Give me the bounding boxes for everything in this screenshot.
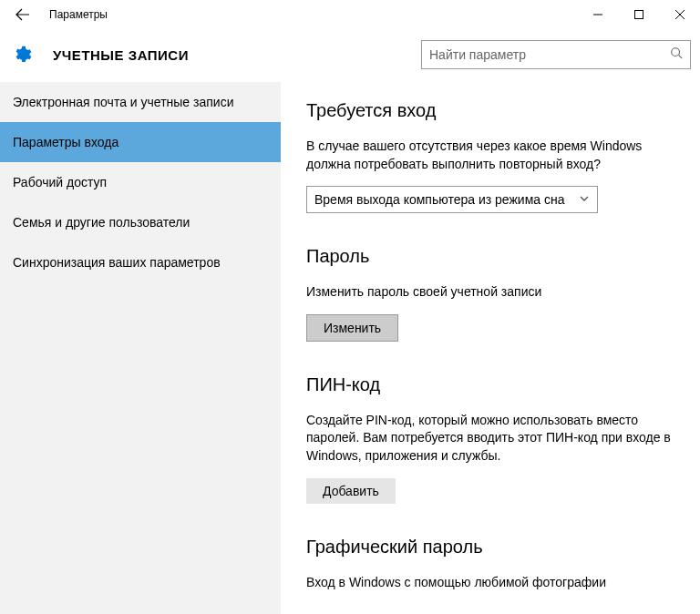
picture-password-description: Вход в Windows с помощью любимой фотогра…: [306, 574, 674, 592]
header: УЧЕТНЫЕ ЗАПИСИ: [0, 29, 700, 82]
back-button[interactable]: [9, 1, 36, 28]
maximize-button[interactable]: [618, 1, 659, 28]
window-title: Параметры: [49, 8, 108, 21]
close-button[interactable]: [659, 1, 700, 28]
add-pin-button[interactable]: Добавить: [306, 478, 396, 504]
maximize-icon: [634, 10, 643, 19]
search-box[interactable]: [421, 40, 691, 69]
content: Электронная почта и учетные записи Парам…: [0, 82, 700, 614]
sidebar-item-sign-in-options[interactable]: Параметры входа: [0, 122, 281, 162]
arrow-left-icon: [15, 7, 30, 22]
sidebar: Электронная почта и учетные записи Парам…: [0, 82, 281, 614]
titlebar: Параметры: [0, 0, 700, 29]
password-heading: Пароль: [306, 246, 674, 267]
window-controls: [577, 1, 700, 28]
svg-point-1: [672, 48, 680, 56]
sign-in-dropdown[interactable]: Время выхода компьютера из режима сна: [306, 186, 598, 213]
picture-password-heading: Графический пароль: [306, 537, 674, 558]
change-password-button[interactable]: Изменить: [306, 314, 398, 342]
sidebar-item-email-accounts[interactable]: Электронная почта и учетные записи: [0, 82, 281, 122]
chevron-down-icon: [579, 192, 590, 207]
sidebar-item-work-access[interactable]: Рабочий доступ: [0, 162, 281, 202]
search-input[interactable]: [429, 47, 670, 62]
svg-rect-0: [634, 11, 643, 19]
main-content: Требуется вход В случае вашего отсутстви…: [281, 82, 700, 614]
close-icon: [675, 10, 685, 19]
dropdown-value: Время выхода компьютера из режима сна: [314, 192, 564, 207]
sign-in-description: В случае вашего отсутствия через какое в…: [306, 138, 674, 173]
search-icon: [670, 46, 683, 63]
sidebar-item-sync[interactable]: Синхронизация ваших параметров: [0, 242, 281, 282]
gear-icon: [11, 44, 33, 66]
sidebar-item-family[interactable]: Семья и другие пользователи: [0, 202, 281, 242]
pin-description: Создайте PIN-код, который можно использо…: [306, 412, 674, 466]
pin-heading: ПИН-код: [306, 374, 674, 395]
sign-in-heading: Требуется вход: [306, 100, 674, 121]
minimize-button[interactable]: [577, 1, 618, 28]
password-description: Изменить пароль своей учетной записи: [306, 283, 674, 302]
minimize-icon: [593, 10, 602, 19]
section-title: УЧЕТНЫЕ ЗАПИСИ: [53, 47, 189, 63]
